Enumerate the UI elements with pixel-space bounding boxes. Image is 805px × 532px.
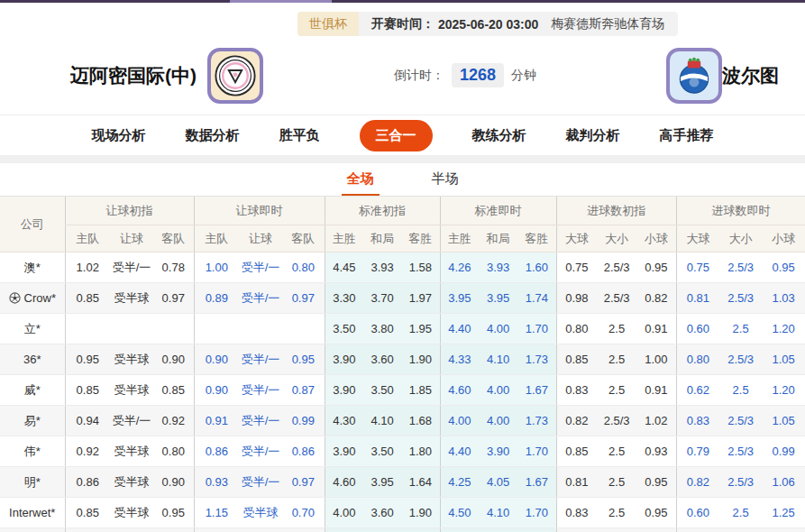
odds-cell: 3.95 — [440, 283, 479, 314]
odds-cell: 1.90 — [401, 344, 440, 375]
odds-cell: 1.20 — [762, 375, 805, 406]
odds-cell: 1.03 — [762, 283, 805, 314]
table-row — [0, 528, 805, 532]
nav-tab-4[interactable]: 三合一 — [360, 120, 433, 151]
odds-cell — [194, 314, 239, 344]
odds-cell: 0.97 — [153, 283, 194, 314]
nav-tab-6[interactable]: 裁判分析 — [566, 127, 620, 144]
subcol-header: 主队 — [194, 225, 239, 252]
odds-cell: 1.02 — [636, 406, 676, 436]
odds-cell — [239, 314, 282, 344]
odds-cell: 0.93 — [636, 436, 676, 467]
odds-cell: 0.93 — [194, 467, 239, 498]
nav-tab-7[interactable]: 高手推荐 — [660, 127, 714, 144]
group-header: 标准初指 — [325, 197, 440, 225]
home-team-name: 迈阿密国际(中) — [70, 36, 197, 115]
subcol-header: 客队 — [282, 225, 325, 252]
odds-cell: 0.85 — [556, 344, 597, 375]
odds-cell: 0.86 — [194, 436, 239, 467]
table-header-groups: 公司 让球初指 让球即时 标准初指 标准即时 进球数初指 进球数即时 — [0, 197, 805, 225]
subcol-header: 主胜 — [440, 225, 479, 252]
odds-cell — [110, 528, 153, 532]
odds-cell: 0.82 — [676, 467, 719, 498]
company-cell: Interwet* — [0, 498, 65, 528]
nav-tab-3[interactable]: 胜平负 — [279, 127, 320, 144]
nav-tab-2[interactable]: 数据分析 — [186, 127, 240, 144]
odds-cell: 3.50 — [363, 436, 401, 467]
odds-cell: 2.5 — [597, 436, 636, 467]
nav-tab-1[interactable]: 现场分析 — [92, 127, 146, 144]
odds-cell — [719, 528, 762, 532]
odds-cell: 0.90 — [153, 344, 194, 375]
odds-cell: 受半/一 — [110, 252, 153, 283]
odds-cell: 1.60 — [517, 252, 556, 283]
odds-cell: 1.67 — [517, 375, 556, 406]
odds-cell: 2.5 — [719, 314, 762, 344]
subtab-2[interactable]: 半场 — [426, 170, 464, 194]
odds-cell: 3.95 — [479, 283, 517, 314]
company-cell: 澳* — [0, 252, 65, 283]
odds-cell: 0.90 — [194, 344, 239, 375]
odds-cell: 3.90 — [325, 375, 363, 406]
table-row: 立*3.503.801.954.404.001.700.802.50.910.6… — [0, 314, 805, 344]
odds-cell: 3.90 — [325, 344, 363, 375]
nav-tab-5[interactable]: 教练分析 — [472, 127, 526, 144]
odds-cell: 0.98 — [556, 283, 597, 314]
odds-cell: 4.00 — [440, 406, 479, 436]
company-header: 公司 — [0, 197, 65, 252]
venue-name: 梅赛德斯奔驰体育场 — [538, 16, 678, 32]
countdown-value: 1268 — [452, 63, 504, 87]
odds-cell: 3.90 — [479, 436, 517, 467]
odds-cell — [282, 528, 325, 532]
subtab-1[interactable]: 全场 — [342, 170, 380, 197]
odds-cell — [363, 528, 401, 532]
odds-cell: 2.5 — [597, 344, 636, 375]
odds-cell: 0.89 — [194, 283, 239, 314]
odds-cell: 2.5 — [597, 498, 636, 528]
odds-cell: 0.81 — [676, 283, 719, 314]
odds-cell: 0.62 — [676, 375, 719, 406]
odds-cell: 受半/一 — [239, 252, 282, 283]
odds-cell — [239, 528, 282, 532]
odds-cell: 0.86 — [282, 436, 325, 467]
odds-cell: 3.60 — [363, 344, 401, 375]
odds-cell: 0.99 — [282, 406, 325, 436]
odds-cell: 0.85 — [65, 283, 110, 314]
odds-cell: 2.5 — [719, 375, 762, 406]
odds-cell: 3.95 — [363, 467, 401, 498]
odds-cell: 0.85 — [65, 375, 110, 406]
odds-cell: 0.80 — [556, 314, 597, 344]
league-badge: 世俱杯 — [297, 12, 359, 36]
odds-cell: 0.83 — [676, 406, 719, 436]
odds-cell: 1.74 — [517, 283, 556, 314]
odds-cell: 1.25 — [762, 498, 805, 528]
odds-cell: 4.00 — [325, 498, 363, 528]
odds-cell: 1.15 — [194, 498, 239, 528]
section-divider — [0, 155, 805, 163]
odds-cell — [110, 314, 153, 344]
match-header: 迈阿密国际(中) 倒计时： 1268 分钟 — [0, 36, 805, 115]
inter-miami-crest-icon — [214, 54, 257, 97]
odds-cell: 受半球 — [110, 375, 153, 406]
odds-cell — [556, 528, 597, 532]
subcol-header: 让球 — [239, 225, 282, 252]
odds-cell: 0.75 — [676, 252, 719, 283]
company-cell: 36* — [0, 344, 65, 375]
odds-cell: 4.45 — [325, 252, 363, 283]
odds-cell: 2.5/3 — [597, 283, 636, 314]
kickoff-label: 开赛时间： — [359, 16, 438, 32]
odds-cell: 0.85 — [153, 375, 194, 406]
odds-cell: 4.00 — [479, 314, 517, 344]
odds-cell: 2.5/3 — [719, 406, 762, 436]
odds-cell: 1.97 — [401, 283, 440, 314]
odds-cell: 受半/一 — [110, 406, 153, 436]
table-row: 36*0.95受半球0.900.90受半/一0.953.903.601.904.… — [0, 344, 805, 375]
odds-cell: 1.80 — [401, 436, 440, 467]
away-team-logo — [666, 48, 722, 104]
odds-cell: 0.70 — [282, 498, 325, 528]
subcol-header: 客队 — [153, 225, 194, 252]
odds-cell: 0.79 — [676, 436, 719, 467]
odds-cell: 受半/一 — [239, 406, 282, 436]
odds-cell: 受半/一 — [239, 436, 282, 467]
odds-cell: 1.90 — [401, 498, 440, 528]
